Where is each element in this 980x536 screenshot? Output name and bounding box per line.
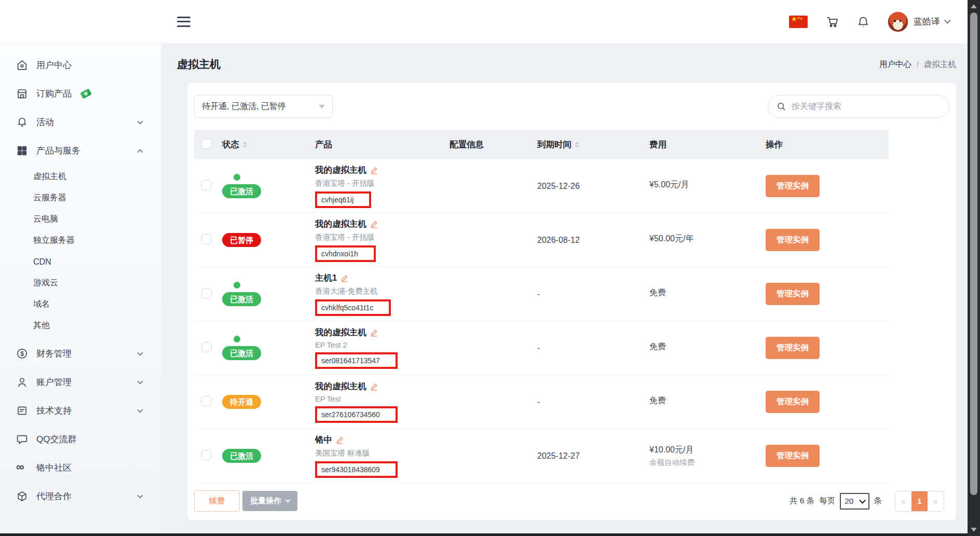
product-plan: EP Test 2 bbox=[315, 341, 347, 349]
bell-icon bbox=[16, 116, 28, 128]
next-page-button[interactable]: » bbox=[928, 491, 944, 511]
product-name: 我的虚拟主机 bbox=[315, 218, 366, 230]
user-menu[interactable]: 蓝皓译 bbox=[888, 11, 950, 32]
status-badge: 已激活 bbox=[222, 346, 261, 360]
online-dot-icon bbox=[234, 174, 240, 181]
server-id-annotation: ser276106734560 bbox=[315, 406, 398, 423]
dollar-circle-icon: $ bbox=[16, 348, 28, 360]
online-dot-icon bbox=[234, 282, 240, 288]
online-dot-icon bbox=[234, 336, 240, 342]
sidebar-subitem-other[interactable]: 其他 bbox=[0, 315, 161, 336]
sidebar-subitem-virtual-hosting[interactable]: 虚拟主机 bbox=[0, 166, 161, 187]
manage-instance-button[interactable]: 管理实例 bbox=[766, 445, 820, 467]
cube-icon bbox=[16, 490, 28, 502]
edit-pencil-icon[interactable] bbox=[370, 220, 378, 228]
sidebar-item-products-services[interactable]: 产品与服务 bbox=[0, 136, 161, 165]
batch-actions-button[interactable]: 批量操作 bbox=[242, 491, 297, 511]
manage-instance-button[interactable]: 管理实例 bbox=[766, 337, 820, 359]
expire-date: 2025-12-26 bbox=[537, 182, 649, 191]
topbar: 蓝皓译 bbox=[0, 0, 968, 44]
sort-icon[interactable] bbox=[243, 142, 247, 148]
current-page-button[interactable]: 1 bbox=[911, 491, 928, 511]
sidebar-subitem-game-cloud[interactable]: 游戏云 bbox=[0, 272, 161, 294]
product-name: 我的虚拟主机 bbox=[315, 327, 366, 338]
fee: 免费 bbox=[649, 287, 766, 298]
table-row: 已激活 主机1 香港大浦-免费主机 cvhklfq5co41t1c - 免费 管… bbox=[194, 267, 889, 321]
row-checkbox[interactable] bbox=[201, 180, 212, 190]
edit-pencil-icon[interactable] bbox=[370, 382, 378, 391]
browser-scrollbar[interactable] bbox=[968, 0, 980, 536]
per-page-prefix: 每页 bbox=[819, 496, 835, 506]
row-checkbox[interactable] bbox=[201, 396, 212, 406]
cart-icon[interactable] bbox=[825, 15, 839, 29]
edit-pencil-icon[interactable] bbox=[370, 328, 378, 337]
per-page-select[interactable]: 20 bbox=[840, 493, 869, 510]
notifications-bell-icon[interactable] bbox=[856, 15, 870, 29]
caret-down-icon bbox=[319, 105, 325, 108]
renew-button[interactable]: 续费 bbox=[194, 490, 240, 512]
sidebar-item-community[interactable]: 铬中社区 bbox=[0, 453, 161, 482]
fee: ¥10.00元/月 bbox=[649, 445, 766, 456]
fee-note: 余额自动续费 bbox=[649, 458, 766, 468]
sidebar-subitem-cloud-server[interactable]: 云服务器 bbox=[0, 187, 161, 209]
status-badge: 待开通 bbox=[222, 395, 261, 409]
chevron-down-icon bbox=[137, 118, 143, 124]
manage-instance-button[interactable]: 管理实例 bbox=[766, 229, 820, 251]
breadcrumb-parent[interactable]: 用户中心 bbox=[879, 59, 911, 70]
select-all-checkbox[interactable] bbox=[201, 139, 212, 149]
product-name: 主机1 bbox=[315, 272, 337, 284]
sidebar-item-user-center[interactable]: 用户中心 bbox=[0, 51, 161, 79]
edit-pencil-icon[interactable] bbox=[370, 166, 378, 174]
sidebar: 用户中心 订购产品 活动 产品与服务 虚拟主机 云服务器 云电脑 独立服务器 C… bbox=[0, 44, 161, 533]
expire-date: - bbox=[537, 397, 649, 407]
sidebar-subitem-cloud-pc[interactable]: 云电脑 bbox=[0, 209, 161, 230]
expire-date: - bbox=[537, 290, 649, 299]
sidebar-item-activities[interactable]: 活动 bbox=[0, 108, 161, 136]
row-checkbox[interactable] bbox=[201, 342, 212, 352]
sidebar-item-agency[interactable]: 代理合作 bbox=[0, 482, 161, 511]
hosting-card: 待开通, 已激活, 已暂停 状态 产品 配置信息 到期时间 费用 操作 bbox=[187, 83, 956, 520]
server-id-annotation: cvhklfq5co41t1c bbox=[315, 299, 391, 316]
row-checkbox[interactable] bbox=[201, 450, 212, 460]
bottom-edge-bar bbox=[0, 533, 968, 536]
scroll-up-icon[interactable] bbox=[971, 4, 977, 8]
sidebar-subitem-cdn[interactable]: CDN bbox=[0, 251, 161, 272]
manage-instance-button[interactable]: 管理实例 bbox=[766, 283, 820, 305]
scrollbar-thumb[interactable] bbox=[970, 12, 977, 495]
sidebar-subitem-dedicated-server[interactable]: 独立服务器 bbox=[0, 230, 161, 251]
prev-page-button[interactable]: « bbox=[895, 491, 911, 511]
sidebar-item-support[interactable]: 技术支持 bbox=[0, 396, 161, 425]
edit-pencil-icon[interactable] bbox=[336, 436, 344, 444]
row-checkbox[interactable] bbox=[201, 288, 212, 298]
manage-instance-button[interactable]: 管理实例 bbox=[766, 391, 820, 413]
table-row: 已激活 我的虚拟主机 EP Test 2 ser081641713547 - 免… bbox=[194, 321, 889, 375]
menu-toggle-icon[interactable] bbox=[177, 17, 190, 27]
scroll-down-icon[interactable] bbox=[971, 528, 977, 532]
product-name: 我的虚拟主机 bbox=[315, 381, 366, 392]
status-badge: 已激活 bbox=[222, 184, 261, 198]
money-icon bbox=[80, 88, 92, 99]
sidebar-subitem-domain[interactable]: 域名 bbox=[0, 294, 161, 315]
document-icon bbox=[16, 405, 28, 417]
sidebar-item-order-products[interactable]: 订购产品 bbox=[0, 79, 161, 108]
table-header: 状态 产品 配置信息 到期时间 费用 操作 bbox=[194, 130, 889, 159]
main-content: 虚拟主机 用户中心 / 虚拟主机 待开通, 已激活, 已暂停 状态 产品 配置 bbox=[161, 44, 968, 533]
product-plan: EP Test bbox=[315, 395, 341, 403]
product-plan: 香港宝塔 - 开括版 bbox=[315, 178, 374, 188]
sidebar-item-account[interactable]: 账户管理 bbox=[0, 368, 161, 396]
sidebar-item-finance[interactable]: $ 财务管理 bbox=[0, 339, 161, 368]
row-checkbox[interactable] bbox=[201, 234, 212, 244]
china-flag-icon[interactable] bbox=[789, 16, 808, 28]
search-input[interactable] bbox=[792, 102, 932, 111]
edit-pencil-icon[interactable] bbox=[341, 274, 349, 282]
server-id: cvhdnxoi1h bbox=[321, 250, 358, 258]
chevron-down-icon bbox=[944, 17, 951, 24]
table-row: 已暂停 我的虚拟主机 香港宝塔 - 开括版 cvhdnxoi1h 2026-08… bbox=[194, 213, 889, 267]
sort-icon[interactable] bbox=[575, 142, 579, 148]
status-filter-select[interactable]: 待开通, 已激活, 已暂停 bbox=[194, 95, 333, 118]
table-row: 待开通 我的虚拟主机 EP Test ser276106734560 - 免费 … bbox=[194, 375, 889, 429]
manage-instance-button[interactable]: 管理实例 bbox=[766, 175, 820, 197]
status-badge: 已激活 bbox=[222, 449, 261, 463]
chat-bubble-icon bbox=[16, 433, 28, 445]
sidebar-item-qq-group[interactable]: QQ交流群 bbox=[0, 425, 161, 453]
